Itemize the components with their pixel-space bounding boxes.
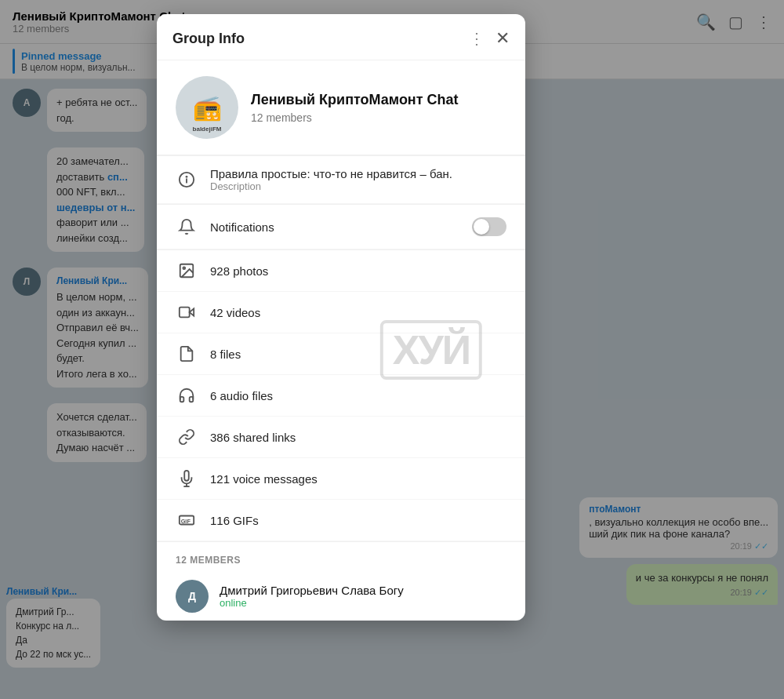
member-info-1: Дмитрий Григорьевич Слава Богу online <box>220 584 506 609</box>
svg-point-4 <box>183 267 185 269</box>
modal-header: Group Info ⋮ ✕ <box>157 14 525 60</box>
members-section: 12 MEMBERS Д Дмитрий Григорьевич Слава Б… <box>157 542 525 621</box>
avatar-label: baldejiFM <box>176 126 238 133</box>
modal-scroll-area: Group Info ⋮ ✕ 📻 baldejiFM Ленивый Крипт… <box>157 14 525 621</box>
gif-label: 116 GIFs <box>210 514 259 527</box>
member-row-1[interactable]: Д Дмитрий Григорьевич Слава Богу online <box>157 572 525 621</box>
notifications-left: Notifications <box>176 216 274 238</box>
group-name: Ленивый КриптоМамонт Chat <box>251 92 506 108</box>
group-info-modal: Group Info ⋮ ✕ 📻 baldejiFM Ленивый Крипт… <box>157 14 525 621</box>
notifications-label: Notifications <box>210 220 274 234</box>
notifications-row: Notifications <box>157 205 525 249</box>
gif-icon: GIF <box>176 509 198 531</box>
svg-rect-5 <box>180 308 190 318</box>
group-avatar: 📻 baldejiFM <box>176 76 238 139</box>
info-icon <box>176 169 198 191</box>
member-name-1: Дмитрий Григорьевич Слава Богу <box>220 584 506 597</box>
links-label: 386 shared links <box>210 431 296 444</box>
files-label: 8 files <box>210 348 241 361</box>
bell-icon <box>176 216 198 238</box>
description-sublabel: Description <box>210 180 506 192</box>
modal-header-icons: ⋮ ✕ <box>469 28 510 49</box>
audio-icon <box>176 384 198 406</box>
files-row[interactable]: 8 files <box>157 333 525 375</box>
description-main: Правила простые: что-то не нравится – ба… <box>210 167 506 180</box>
voice-icon <box>176 468 198 490</box>
notifications-toggle[interactable] <box>472 217 506 236</box>
media-items-section: 928 photos 42 videos <box>157 250 525 541</box>
voice-label: 121 voice messages <box>210 472 318 486</box>
member-status-1: online <box>220 597 506 609</box>
videos-row[interactable]: 42 videos <box>157 292 525 333</box>
videos-label: 42 videos <box>210 306 260 319</box>
group-profile-info: Ленивый КриптоМамонт Chat 12 members <box>251 92 506 124</box>
description-section[interactable]: Правила простые: что-то не нравится – ба… <box>157 156 525 204</box>
gif-row[interactable]: GIF 116 GIFs <box>157 500 525 541</box>
links-row[interactable]: 386 shared links <box>157 417 525 458</box>
group-profile-section: 📻 baldejiFM Ленивый КриптоМамонт Chat 12… <box>157 60 525 155</box>
files-icon <box>176 343 198 365</box>
links-icon <box>176 426 198 448</box>
members-header: 12 MEMBERS <box>157 542 525 572</box>
group-members-count: 12 members <box>251 111 506 124</box>
photos-label: 928 photos <box>210 264 268 278</box>
videos-icon <box>176 301 198 323</box>
voice-row[interactable]: 121 voice messages <box>157 458 525 500</box>
audio-label: 6 audio files <box>210 389 273 402</box>
audio-row[interactable]: 6 audio files <box>157 375 525 417</box>
member-avatar-1: Д <box>176 580 209 613</box>
modal-close-button[interactable]: ✕ <box>495 28 510 49</box>
svg-text:GIF: GIF <box>181 518 191 525</box>
photos-row[interactable]: 928 photos <box>157 250 525 292</box>
photos-icon <box>176 260 198 282</box>
toggle-knob <box>474 219 489 235</box>
modal-title: Group Info <box>172 31 245 47</box>
modal-more-button[interactable]: ⋮ <box>469 29 485 48</box>
description-text: Правила простые: что-то не нравится – ба… <box>210 167 506 192</box>
